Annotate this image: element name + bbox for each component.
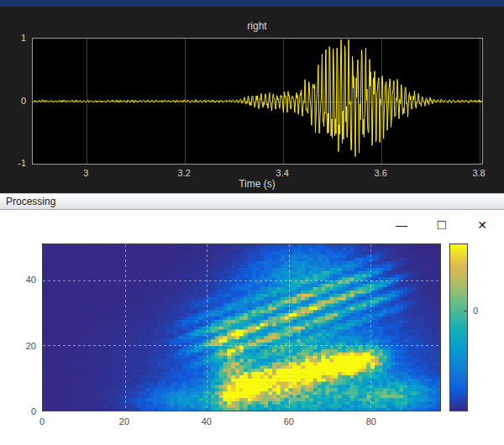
close-icon[interactable]: ✕ bbox=[469, 214, 496, 236]
waveform-ytick-label: 0 bbox=[21, 96, 26, 106]
spectrogram-xtick-label: 60 bbox=[284, 416, 294, 427]
spectrogram-xtick-label: 80 bbox=[366, 416, 376, 427]
waveform-xtick-label: 3.8 bbox=[472, 168, 485, 178]
waveform-title: right bbox=[247, 20, 266, 32]
spectrogram-window: — □ ✕ 0 02040608040200 bbox=[0, 210, 504, 445]
spectrogram-xtick-label: 20 bbox=[119, 416, 129, 427]
processing-title-text: Processing bbox=[6, 196, 55, 207]
waveform-figure: right Time (s) 33.23.43.63.810-1 bbox=[0, 7, 504, 193]
spectrogram-ytick-label: 20 bbox=[26, 341, 36, 351]
processing-titlebar[interactable]: Processing bbox=[0, 193, 504, 210]
waveform-xtick-label: 3 bbox=[83, 168, 88, 178]
waveform-ytick-label: -1 bbox=[18, 158, 26, 168]
spectrogram-plot[interactable] bbox=[42, 243, 441, 411]
spectrogram-ytick-label: 40 bbox=[26, 275, 36, 285]
spectrogram-xtick-label: 0 bbox=[39, 416, 45, 427]
waveform-ytick-label: 1 bbox=[21, 33, 26, 43]
maximize-icon[interactable]: □ bbox=[428, 214, 455, 236]
minimize-icon[interactable]: — bbox=[388, 214, 415, 236]
spectrogram-ytick-label: 0 bbox=[31, 406, 36, 416]
top-window-strip bbox=[0, 0, 504, 7]
spectrogram-canvas bbox=[43, 244, 440, 411]
screen: right Time (s) 33.23.43.63.810-1 Process… bbox=[0, 0, 504, 445]
waveform-canvas bbox=[33, 39, 482, 164]
spectrogram-xtick-label: 40 bbox=[202, 416, 212, 427]
window-controls: — □ ✕ bbox=[388, 214, 496, 236]
waveform-xtick-label: 3.2 bbox=[178, 168, 191, 178]
waveform-xtick-label: 3.4 bbox=[276, 168, 289, 178]
colorbar-canvas bbox=[450, 244, 467, 411]
time-axis-label: Time (s) bbox=[239, 178, 276, 190]
waveform-plot[interactable] bbox=[32, 38, 483, 165]
waveform-xtick-label: 3.6 bbox=[374, 168, 386, 178]
colorbar bbox=[449, 243, 468, 411]
colorbar-tick-label: 0 bbox=[473, 306, 478, 316]
